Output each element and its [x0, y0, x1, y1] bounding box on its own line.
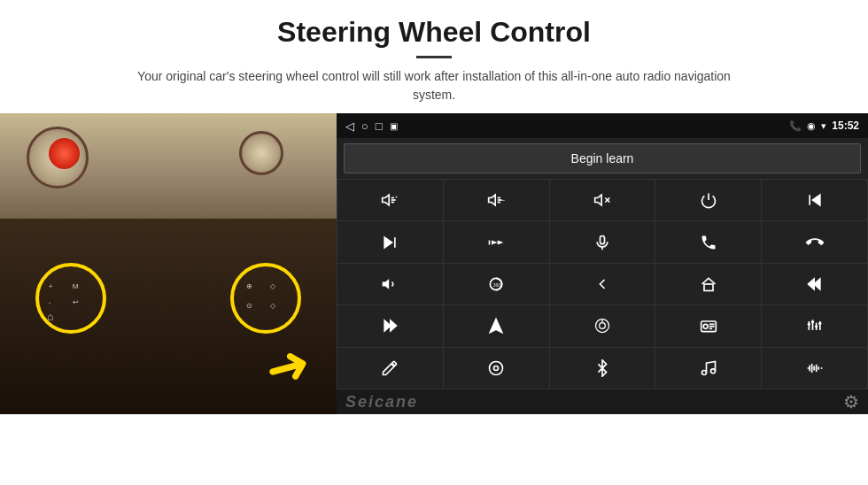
svg-text:+: +	[395, 194, 399, 199]
dashboard-area	[0, 113, 337, 234]
svg-marker-14	[489, 195, 496, 205]
navigation-button[interactable]	[444, 305, 549, 346]
svg-rect-30	[600, 235, 604, 243]
svg-marker-38	[385, 321, 391, 332]
svg-marker-32	[383, 279, 390, 289]
settings-gear-icon[interactable]: ⚙	[843, 391, 859, 412]
speaker-button[interactable]	[337, 264, 443, 304]
svg-marker-9	[383, 195, 390, 205]
waveform-button[interactable]	[762, 348, 867, 389]
car-image-bg: + - M ↩ ⌂ ⊕ ◇ ⊙ ◇	[0, 113, 337, 414]
eject-button[interactable]	[550, 305, 655, 346]
begin-learn-row: Begin learn	[337, 138, 868, 179]
svg-text:360°: 360°	[493, 281, 502, 287]
next-track-button[interactable]	[337, 221, 443, 262]
svg-text:+: +	[49, 282, 53, 290]
location-status-icon: ◉	[807, 120, 816, 132]
content-area: + - M ↩ ⌂ ⊕ ◇ ⊙ ◇	[0, 113, 868, 485]
360-button[interactable]: 360°	[444, 264, 549, 304]
svg-marker-36	[814, 279, 820, 289]
hang-up-button[interactable]	[762, 221, 867, 262]
svg-text:⊕: ⊕	[246, 282, 252, 290]
svg-text:M: M	[73, 282, 79, 290]
red-indicator	[49, 138, 80, 169]
svg-point-60	[710, 369, 715, 373]
svg-marker-39	[391, 321, 397, 332]
svg-text:⌂: ⌂	[47, 311, 54, 323]
svg-marker-40	[491, 319, 502, 333]
title-divider	[416, 56, 452, 58]
home-nav-icon[interactable]: ○	[361, 119, 368, 133]
svg-point-42	[600, 323, 606, 329]
page-container: Steering Wheel Control Your original car…	[0, 0, 868, 485]
phone-button[interactable]	[655, 221, 761, 262]
mute-button[interactable]	[550, 180, 655, 220]
yellow-circle-left: + - M ↩ ⌂	[35, 263, 106, 334]
equalizer-button[interactable]	[762, 305, 867, 346]
svg-rect-35	[704, 284, 713, 291]
svg-point-54	[810, 321, 813, 324]
home-button[interactable]	[655, 264, 761, 304]
settings-round-button[interactable]	[444, 348, 549, 389]
svg-marker-29	[498, 240, 504, 244]
status-left: ◁ ○ □ ▣	[345, 119, 398, 133]
svg-marker-28	[492, 240, 498, 244]
svg-point-58	[494, 366, 499, 370]
skip-forward-button[interactable]	[444, 221, 549, 262]
subtitle-text: Your original car's steering wheel contr…	[124, 67, 744, 104]
controls-grid: + −	[337, 179, 868, 389]
fast-forward-button[interactable]	[337, 305, 443, 346]
svg-marker-22	[812, 195, 819, 205]
svg-marker-24	[385, 237, 392, 248]
phone-status-icon: 📞	[789, 120, 802, 132]
notification-icon[interactable]: ▣	[390, 121, 398, 131]
yellow-circle-right: ⊕ ◇ ⊙ ◇	[230, 263, 301, 334]
svg-text:↩: ↩	[73, 298, 79, 306]
svg-text:◇: ◇	[270, 282, 276, 290]
svg-point-45	[703, 325, 708, 329]
watermark-text: Seicane	[345, 393, 418, 412]
vol-up-button[interactable]: +	[337, 180, 443, 220]
svg-text:-: -	[49, 298, 51, 306]
svg-marker-19	[595, 195, 602, 205]
android-status-bar: ◁ ○ □ ▣ 📞 ◉ ▾ 15:52	[337, 113, 868, 138]
svg-point-55	[815, 326, 818, 328]
vol-down-button[interactable]: −	[444, 180, 549, 220]
svg-point-59	[701, 370, 706, 374]
android-panel: ◁ ○ □ ▣ 📞 ◉ ▾ 15:52 Begin learn	[337, 113, 868, 414]
begin-learn-button[interactable]: Begin learn	[344, 143, 861, 173]
recent-nav-icon[interactable]: □	[376, 119, 383, 133]
page-title: Steering Wheel Control	[53, 16, 815, 49]
svg-point-53	[807, 323, 810, 326]
prev-track-button[interactable]	[762, 180, 867, 220]
back-button[interactable]	[550, 264, 655, 304]
time-display: 15:52	[832, 119, 859, 132]
speedometer-right	[239, 131, 283, 175]
svg-point-57	[490, 361, 503, 374]
wifi-status-icon: ▾	[821, 120, 826, 132]
status-right: 📞 ◉ ▾ 15:52	[789, 119, 859, 132]
svg-point-56	[818, 322, 821, 325]
bluetooth-button[interactable]	[550, 348, 655, 389]
car-image-panel: + - M ↩ ⌂ ⊕ ◇ ⊙ ◇	[0, 113, 337, 414]
svg-text:−: −	[501, 197, 505, 205]
power-button[interactable]	[655, 180, 761, 220]
svg-text:⊙: ⊙	[246, 302, 252, 310]
header-section: Steering Wheel Control Your original car…	[0, 0, 868, 113]
rewind-button[interactable]	[762, 264, 867, 304]
music-note-button[interactable]	[655, 348, 761, 389]
svg-marker-37	[808, 279, 814, 289]
radio-button[interactable]	[655, 305, 761, 346]
android-footer: Seicane ⚙	[337, 389, 868, 414]
svg-text:◇: ◇	[270, 302, 276, 310]
pen-button[interactable]	[337, 348, 443, 389]
back-nav-icon[interactable]: ◁	[345, 119, 354, 133]
mic-button[interactable]	[550, 221, 655, 262]
